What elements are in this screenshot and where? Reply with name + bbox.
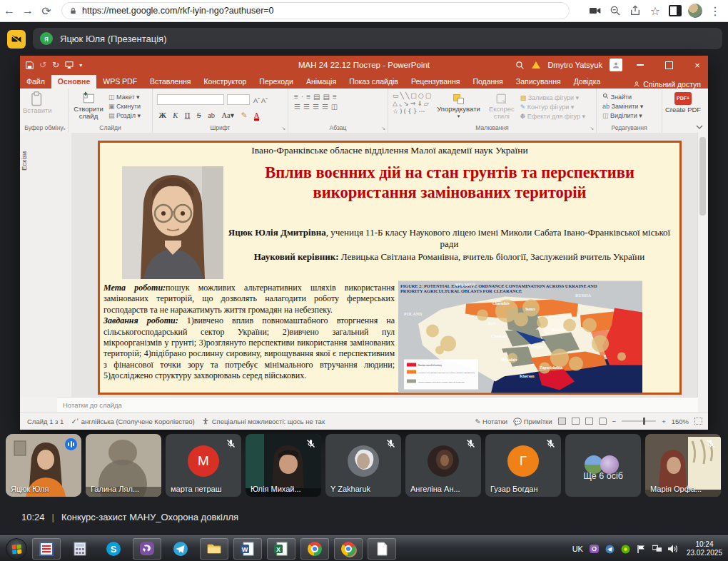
tray-flag-icon[interactable] xyxy=(637,545,646,554)
taskbar-app-excel[interactable]: X xyxy=(267,538,295,560)
zoom-out-button[interactable]: − xyxy=(612,418,617,425)
font-color-button[interactable]: A xyxy=(254,112,260,121)
tab-insert[interactable]: Вставлення xyxy=(143,75,197,89)
paste-button[interactable]: Вставити xyxy=(20,89,55,114)
tab-slideshow[interactable]: Показ слайдів xyxy=(343,75,405,89)
taskbar-app-explorer[interactable] xyxy=(200,538,228,560)
overflow-tile[interactable]: Ще 6 осіб xyxy=(565,434,641,497)
select-button[interactable]: ◫ Виділити ▾ xyxy=(602,111,662,121)
bookmark-star-icon[interactable]: ☆ xyxy=(645,1,665,20)
sorter-view-icon[interactable] xyxy=(572,418,580,425)
replace-button[interactable]: ab Замінити ▾ xyxy=(602,102,662,111)
underline-button[interactable]: П xyxy=(185,111,191,119)
participant-tile[interactable]: Юлія Михай... xyxy=(246,434,321,497)
align-icons[interactable]: ☰☰☰☰◫ xyxy=(288,101,388,111)
tab-view[interactable]: Подання xyxy=(466,75,509,89)
zoom-level[interactable]: 150% xyxy=(672,418,689,425)
strikethrough-button[interactable]: S xyxy=(197,111,201,119)
vertical-scrollbar[interactable] xyxy=(697,133,708,397)
fit-to-window-icon[interactable] xyxy=(694,418,702,425)
back-icon[interactable]: ← xyxy=(0,1,19,20)
share-icon[interactable] xyxy=(625,1,645,20)
tray-volume-icon[interactable] xyxy=(668,545,677,554)
font-size-select[interactable] xyxy=(227,94,250,105)
notes-toggle[interactable]: ✎ Нотатки xyxy=(475,418,508,425)
tab-transitions[interactable]: Переходи xyxy=(253,75,300,89)
undo-icon[interactable]: ↺ xyxy=(39,60,46,70)
font-name-select[interactable] xyxy=(157,94,224,105)
normal-view-icon[interactable] xyxy=(558,418,566,425)
minimize-button[interactable] xyxy=(630,56,651,74)
redo-icon[interactable]: ↻ xyxy=(52,60,59,70)
zoom-out-icon[interactable] xyxy=(605,1,625,20)
shape-fill-button[interactable]: ▧ Заливка фігури ▾ xyxy=(520,94,585,103)
restore-button[interactable] xyxy=(658,56,679,74)
participant-tile[interactable]: Y Zakharuk xyxy=(325,434,401,497)
taskbar-clock[interactable]: 10:24 23.02.2025 xyxy=(687,540,722,557)
taskbar-app-telegram[interactable] xyxy=(166,538,195,560)
spellcheck-icon[interactable]: ✓ʹ xyxy=(71,418,78,425)
shapes-gallery[interactable]: ▭╲╲□○▢△⌞↘⇒⇓▱☆)({}⋯ xyxy=(388,89,434,121)
slideshow-view-icon[interactable] xyxy=(599,418,607,425)
new-slide-button[interactable]: Створити слайд xyxy=(69,89,108,121)
taskbar-app-calculator[interactable] xyxy=(66,538,94,560)
browser-profile-avatar[interactable] xyxy=(688,4,702,18)
self-view-camera-off-tile[interactable] xyxy=(7,30,26,49)
share-button[interactable]: Спільний доступ xyxy=(633,80,701,89)
ppt-search-icon[interactable] xyxy=(515,61,525,70)
slideshow-icon[interactable] xyxy=(65,61,74,69)
media-camera-indicator-icon[interactable] xyxy=(585,1,605,20)
tray-telegram-icon[interactable] xyxy=(605,545,615,554)
slide[interactable]: Івано-Франківське обласне відділення Мал… xyxy=(98,141,682,395)
collapse-ribbon-icon[interactable] xyxy=(695,124,704,130)
highlight-button[interactable]: ✎ xyxy=(241,111,247,119)
tab-help[interactable]: Довідка xyxy=(567,75,607,89)
tab-wps-pdf[interactable]: WPS PDF xyxy=(96,75,143,89)
create-pdf-button[interactable]: PDF+ Create PDF xyxy=(662,89,704,113)
taskbar-app-chrome-profile2[interactable] xyxy=(334,538,363,560)
qat-dropdown-icon[interactable]: ▾ xyxy=(79,62,82,69)
arrange-button[interactable]: Упорядкувати▾ xyxy=(434,89,483,121)
comments-toggle[interactable]: 💬 Примітки xyxy=(513,418,552,425)
find-button[interactable]: Знайти xyxy=(602,93,662,102)
presentation-banner[interactable]: я Яцюк Юля (Презентація) xyxy=(33,28,722,49)
slide-thumbnails-pane[interactable]: Ескізи xyxy=(20,133,72,397)
tab-design[interactable]: Конструктор xyxy=(197,75,253,89)
start-button[interactable] xyxy=(6,538,27,560)
list-indent-icons[interactable]: ≡·≡▤▤≡ xyxy=(288,89,388,101)
taskbar-app-skype[interactable]: S xyxy=(99,538,128,560)
ppt-account-name[interactable]: Dmytro Yatsyuk xyxy=(547,61,602,69)
taskbar-app-chrome[interactable] xyxy=(300,538,329,560)
participant-tile[interactable]: Ангеліна Ан... xyxy=(405,434,481,497)
bold-button[interactable]: Ж xyxy=(159,111,166,119)
participant-tile[interactable]: Г Гузар Богдан xyxy=(485,434,561,497)
reload-icon[interactable]: ⟳ xyxy=(37,1,56,20)
grow-shrink-font[interactable]: Aˆ Aˇ xyxy=(253,97,268,104)
participant-tile[interactable]: M марта петраш xyxy=(166,434,241,497)
tray-network-icon[interactable] xyxy=(652,545,662,554)
tab-home[interactable]: Основне xyxy=(51,75,96,89)
shape-effects-button[interactable]: ❉ Ефекти для фігур ▾ xyxy=(520,112,585,121)
save-icon[interactable] xyxy=(26,61,34,69)
change-case-button[interactable]: Aa▾ xyxy=(222,111,235,119)
taskbar-app-viber[interactable] xyxy=(133,538,161,560)
quick-styles-button[interactable]: Експрес стилі xyxy=(483,89,520,121)
forward-icon[interactable]: → xyxy=(19,1,37,20)
tray-viber-icon[interactable] xyxy=(590,545,599,554)
zoom-in-button[interactable]: + xyxy=(662,418,666,425)
ppt-account-avatar[interactable] xyxy=(610,59,622,71)
tab-file[interactable]: Файл xyxy=(20,75,51,89)
address-bar[interactable]: https://meet.google.com/rkf-iyin-ngo?aut… xyxy=(61,2,570,19)
char-spacing-button[interactable]: ab xyxy=(208,111,215,119)
section-button[interactable]: ▤ Розділ ▾ xyxy=(108,111,141,121)
notes-pane[interactable]: Нотатки до слайда xyxy=(57,397,698,413)
taskbar-app-notepad[interactable] xyxy=(368,538,396,560)
zoom-slider[interactable] xyxy=(622,420,656,422)
reset-button[interactable]: ▣ Скинути xyxy=(108,102,141,111)
tab-animations[interactable]: Анімація xyxy=(300,75,343,89)
taskbar-app-word[interactable]: W xyxy=(233,538,262,560)
tab-recording[interactable]: Записування xyxy=(510,75,567,89)
participant-tile[interactable]: Марія Орфа... xyxy=(645,434,721,497)
tray-antivirus-icon[interactable] xyxy=(621,545,630,554)
reading-view-icon[interactable] xyxy=(585,418,593,425)
